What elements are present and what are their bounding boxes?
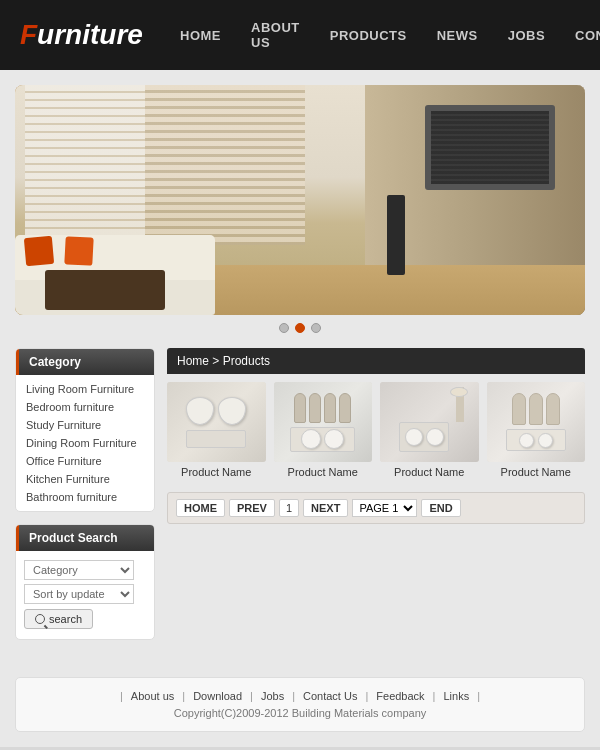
- pagination: HOME PREV 1 NEXT PAGE 1 END: [167, 492, 585, 524]
- footer-wrapper: | About us | Download | Jobs | Contact U…: [0, 667, 600, 747]
- coffee-table: [45, 270, 165, 310]
- bed-pillow-1: [301, 429, 321, 449]
- product-name-3: Product Name: [380, 462, 479, 482]
- product-image-4: [487, 382, 586, 462]
- product-image-1: [167, 382, 266, 462]
- sep-start: |: [120, 690, 123, 702]
- search-title: Product Search: [16, 525, 154, 551]
- nav-contact[interactable]: CONTACT: [575, 28, 600, 43]
- search-button[interactable]: search: [24, 609, 93, 629]
- pagination-prev[interactable]: PREV: [229, 499, 275, 517]
- footer-link-links[interactable]: Links: [443, 690, 469, 702]
- logo-f: F: [20, 19, 37, 50]
- product-image-3: [380, 382, 479, 462]
- category-links: Living Room Furniture Bedroom furniture …: [16, 375, 154, 511]
- product-card-2[interactable]: Product Name: [274, 382, 373, 482]
- sep-4: |: [365, 690, 368, 702]
- hb-2: [529, 393, 543, 425]
- search-btn-label: search: [49, 613, 82, 625]
- sidebar-link-study[interactable]: Study Furniture: [16, 416, 154, 434]
- hero-interior: [15, 85, 585, 315]
- sidebar-link-bedroom[interactable]: Bedroom furniture: [16, 398, 154, 416]
- product-thumb-1: [167, 382, 266, 462]
- product-name-1: Product Name: [167, 462, 266, 482]
- nightstand: [399, 422, 449, 452]
- logo[interactable]: Furniture: [20, 19, 140, 51]
- search-section: Product Search Category Sort by update s…: [15, 524, 155, 640]
- footer-links: | About us | Download | Jobs | Contact U…: [16, 690, 584, 702]
- footer-link-download[interactable]: Download: [193, 690, 242, 702]
- slider-dots: [15, 315, 585, 338]
- sort-select[interactable]: Sort by update: [24, 584, 134, 604]
- sep-1: |: [182, 690, 185, 702]
- product-name-4: Product Name: [487, 462, 586, 482]
- sidebar-link-office[interactable]: Office Furniture: [16, 452, 154, 470]
- sep-3: |: [292, 690, 295, 702]
- product-card-3[interactable]: Product Name: [380, 382, 479, 482]
- small-pillow-2: [426, 428, 444, 446]
- dot-1[interactable]: [279, 323, 289, 333]
- pagination-next[interactable]: NEXT: [303, 499, 348, 517]
- blinds-center: [145, 85, 305, 245]
- bed-pillow-2: [324, 429, 344, 449]
- p4-pillow-2: [538, 433, 553, 448]
- footer-link-contact[interactable]: Contact Us: [303, 690, 357, 702]
- dot-2[interactable]: [295, 323, 305, 333]
- headboard-btn-1: [294, 393, 306, 423]
- bed-base-4: [506, 429, 566, 451]
- footer-link-about[interactable]: About us: [131, 690, 174, 702]
- nav-products[interactable]: PRODUCTS: [330, 28, 407, 43]
- dot-3[interactable]: [311, 323, 321, 333]
- sep-end: |: [477, 690, 480, 702]
- product-name-2: Product Name: [274, 462, 373, 482]
- pagination-home[interactable]: HOME: [176, 499, 225, 517]
- sidebar-link-kitchen[interactable]: Kitchen Furniture: [16, 470, 154, 488]
- pagination-page-select[interactable]: PAGE 1: [352, 499, 417, 517]
- product-grid: Product Name: [167, 382, 585, 482]
- hero-slider[interactable]: [15, 85, 585, 315]
- pillow-2: [218, 397, 246, 425]
- nav-jobs[interactable]: JOBS: [508, 28, 545, 43]
- sidebar-link-bathroom[interactable]: Bathroom furniture: [16, 488, 154, 506]
- category-select[interactable]: Category: [24, 560, 134, 580]
- tv-screen-inner: [431, 111, 549, 184]
- p4-pillow-1: [519, 433, 534, 448]
- header: Furniture HOME ABOUT US PRODUCTS NEWS JO…: [0, 0, 600, 70]
- bed-surface: [290, 427, 355, 452]
- lamp-shade: [450, 387, 468, 397]
- pagination-num: 1: [279, 499, 299, 517]
- nav-news[interactable]: NEWS: [437, 28, 478, 43]
- logo-rest: urniture: [37, 19, 143, 50]
- product-card-4[interactable]: Product Name: [487, 382, 586, 482]
- sep-5: |: [433, 690, 436, 702]
- product-image-2: [274, 382, 373, 462]
- search-icon: [35, 614, 45, 624]
- nav-about[interactable]: ABOUT US: [251, 20, 300, 50]
- nav-home[interactable]: HOME: [180, 28, 221, 43]
- cushion-orange-2: [64, 236, 93, 265]
- pillow-1: [186, 397, 214, 425]
- product-card-1[interactable]: Product Name: [167, 382, 266, 482]
- main-content: Category Living Room Furniture Bedroom f…: [0, 348, 600, 667]
- breadcrumb: Home > Products: [167, 348, 585, 374]
- sidebar-link-living[interactable]: Living Room Furniture: [16, 380, 154, 398]
- sep-2: |: [250, 690, 253, 702]
- product-thumb-3: [380, 382, 479, 462]
- hb-3: [546, 393, 560, 425]
- main-nav: HOME ABOUT US PRODUCTS NEWS JOBS CONTACT: [180, 20, 600, 50]
- footer-link-jobs[interactable]: Jobs: [261, 690, 284, 702]
- product-thumb-4: [487, 382, 586, 462]
- category-section: Category Living Room Furniture Bedroom f…: [15, 348, 155, 512]
- small-pillow-1: [405, 428, 423, 446]
- footer-link-feedback[interactable]: Feedback: [376, 690, 424, 702]
- pagination-end[interactable]: END: [421, 499, 460, 517]
- products-area: Home > Products Product Nam: [167, 348, 585, 652]
- headboard-btn-2: [309, 393, 321, 423]
- sidebar: Category Living Room Furniture Bedroom f…: [15, 348, 155, 652]
- hero-wrapper: [0, 70, 600, 348]
- hb-1: [512, 393, 526, 425]
- sidebar-link-dining[interactable]: Dining Room Furniture: [16, 434, 154, 452]
- copyright: Copyright(C)2009-2012 Building Materials…: [16, 707, 584, 719]
- category-title: Category: [16, 349, 154, 375]
- headboard-btn-4: [339, 393, 351, 423]
